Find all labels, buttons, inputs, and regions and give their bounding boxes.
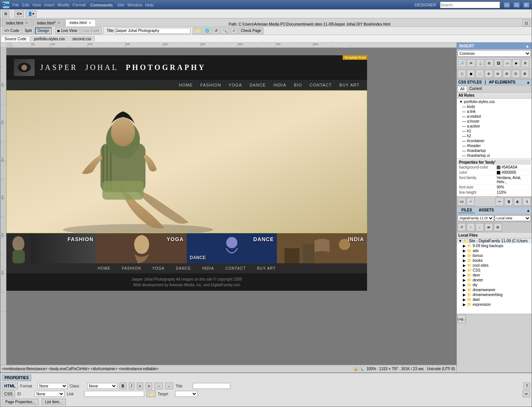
footer-dance[interactable]: DANCE (176, 266, 191, 270)
site-select[interactable]: DigitalFamily 11-05 (458, 215, 494, 221)
insert-btn-r2-7[interactable]: ⊟ (512, 70, 520, 78)
files-collapse[interactable]: ▲ (526, 208, 530, 213)
css-new-rule-btn[interactable]: + (467, 197, 475, 206)
folder-cool-sites[interactable]: ▶ 📁 cool-sites (457, 263, 532, 268)
css-rule-alink[interactable]: — a:link (458, 109, 531, 114)
insert-btn-r2-4[interactable]: ⊕ (485, 70, 493, 78)
menu-site[interactable]: Site (117, 3, 124, 7)
files-log-btn[interactable]: Log... (458, 315, 466, 323)
insert-hyperlink[interactable]: 🔗 (458, 59, 466, 67)
gallery-fashion[interactable]: FASHION (6, 233, 97, 263)
prop-color[interactable]: color #000000 (458, 170, 531, 175)
design-btn[interactable]: Design (35, 27, 52, 34)
live-code-btn[interactable]: Live Code (80, 27, 102, 34)
folder-ads[interactable]: ▶ 📁 ads (457, 248, 532, 253)
id-select[interactable]: None (35, 391, 65, 397)
folder-css[interactable]: ▶ 📁 CSS (457, 268, 532, 273)
title-field[interactable] (193, 383, 230, 389)
tab-index-html-active[interactable]: index.html ✕ (65, 19, 96, 26)
design-canvas[interactable]: Template:front (6, 48, 367, 365)
close-btn[interactable]: ✕ (523, 2, 529, 8)
css-tab-current[interactable]: Current (467, 86, 484, 91)
nav-buy-art[interactable]: BUY ART (339, 83, 360, 87)
insert-media[interactable]: ▶ (512, 59, 520, 67)
browse-link-btn[interactable]: 📁 (147, 390, 156, 397)
prop-font-family[interactable]: font-family Verdana, Arial, Helv... (458, 175, 531, 185)
files-tab-assets[interactable]: ASSETS (476, 208, 497, 213)
list-item-btn[interactable]: List Item... (42, 399, 66, 405)
menu-file[interactable]: File (12, 3, 19, 7)
tab-index-html-1[interactable]: index.html ✕ (2, 19, 32, 26)
prop-bg-color[interactable]: background-color #5A5A5A (458, 165, 531, 170)
gallery-india[interactable]: INDIA (277, 233, 367, 263)
css-rule-file[interactable]: ▼ portfolio-styles.css (458, 99, 531, 104)
format-select[interactable]: None (38, 383, 68, 389)
target-select[interactable] (175, 391, 198, 397)
menu-window[interactable]: Window (127, 3, 142, 7)
file-management-btn[interactable]: 📁 (193, 27, 202, 34)
expand-btn[interactable]: ⊡ (523, 20, 530, 26)
insert-image[interactable]: 🖼 (494, 59, 502, 67)
live-view-btn[interactable]: ▶ Live View (55, 27, 80, 34)
css-rule-aactive[interactable]: — a:active (458, 124, 531, 129)
footer-contact[interactable]: CONTACT (225, 266, 246, 270)
nav-fashion[interactable]: FASHION (200, 83, 221, 87)
css-rule-header[interactable]: — #header (458, 143, 531, 148)
insert-table[interactable]: ⊞ (485, 59, 493, 67)
tab-close-1[interactable]: ✕ (25, 21, 28, 25)
css-disable-btn[interactable]: ◐ (514, 197, 522, 206)
css-rule-body[interactable]: — body (458, 104, 531, 109)
toolbar-icons[interactable]: ⊞ (2, 11, 9, 17)
footer-india[interactable]: INDIA (202, 266, 214, 270)
css-rule-ahover[interactable]: — a:hover (458, 119, 531, 124)
files-expand-btn[interactable]: ⊞ (494, 223, 502, 231)
source-tab-0[interactable]: Source Code (1, 36, 30, 41)
menu-modify[interactable]: Modify (57, 3, 70, 7)
title-input[interactable] (115, 28, 190, 34)
insert-btn-r2-3[interactable]: ⬚ (476, 70, 484, 78)
edit-css-btn[interactable]: ✏ (523, 390, 530, 397)
css-delete-btn[interactable]: 🗑 (505, 197, 513, 206)
insert-btn-r2-1[interactable]: ◻ (458, 70, 466, 78)
tab-close-2[interactable]: ✕ (57, 21, 60, 25)
tab-close-3[interactable]: ✕ (89, 21, 92, 25)
menu-commands[interactable]: Commands (89, 2, 114, 8)
maximize-btn[interactable]: □ (514, 2, 520, 8)
insert-named-anchor[interactable]: ⚓ (476, 59, 484, 67)
outdent-btn[interactable]: ← (165, 383, 173, 389)
files-sync-btn[interactable]: ⇄ (485, 223, 493, 231)
footer-fashion[interactable]: FASHION (122, 266, 141, 270)
nav-contact[interactable]: CONTACT (310, 83, 332, 87)
search-input[interactable] (440, 2, 500, 8)
files-tab-files[interactable]: FILES (458, 208, 475, 213)
code-btn[interactable]: </> Code (2, 27, 21, 34)
toolbar-dropdown1[interactable]: ⚙▾ (14, 11, 24, 17)
insert-btn-r2-2[interactable]: ◼ (467, 70, 475, 78)
menu-format[interactable]: Format (73, 3, 86, 7)
files-refresh-btn[interactable]: ↺ (458, 223, 466, 231)
italic-btn[interactable]: I (129, 383, 135, 389)
folder-dreamweaverblog[interactable]: ▶ 📁 dreamweaverblog (457, 292, 532, 297)
html-toggle[interactable]: HTML (2, 383, 18, 389)
class-select[interactable]: None (87, 383, 117, 389)
footer-home[interactable]: HOME (98, 266, 110, 270)
css-rule-container[interactable]: — #container (458, 138, 531, 143)
folder-deer[interactable]: ▶ 📁 deer (457, 273, 532, 278)
prop-font-size[interactable]: font-size 90% (458, 185, 531, 190)
check-page-btn[interactable]: Check Page (239, 27, 263, 34)
css-rule-avisited[interactable]: — a:visited (458, 114, 531, 119)
prop-line-height[interactable]: line-height 110% (458, 190, 531, 195)
indent-btn[interactable]: → (154, 383, 163, 389)
folder-dexter[interactable]: ▶ 📁 dexter (457, 278, 532, 282)
toolbar-dropdown2[interactable]: 👤▾ (26, 11, 36, 17)
insert-btn-r2-5[interactable]: ⊗ (494, 70, 502, 78)
files-down-btn[interactable]: ↓ (476, 223, 484, 231)
folder-dreamweaver[interactable]: ▶ 📁 dreamweaver (457, 287, 532, 292)
footer-yoga[interactable]: YOGA (152, 266, 165, 270)
css-rule-h1[interactable]: — h1 (458, 129, 531, 134)
source-tab-1[interactable]: portfolio-styles.css (30, 36, 68, 41)
menu-view[interactable]: View (32, 3, 41, 7)
nav-yoga[interactable]: YOGA (228, 83, 242, 87)
tab-index-html-modified[interactable]: index.html* ✕ (33, 19, 65, 26)
properties-title[interactable]: PROPERTIES (2, 375, 31, 381)
